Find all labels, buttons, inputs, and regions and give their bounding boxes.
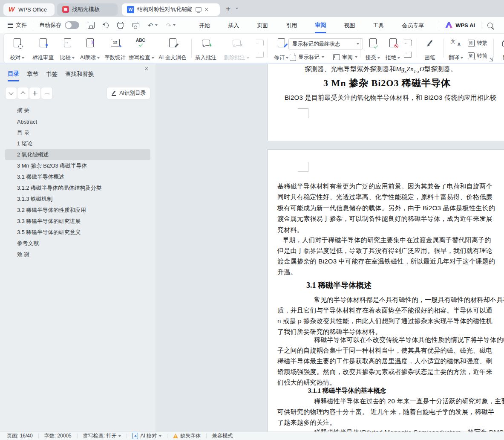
spellcheck-status[interactable]: 拼写检查: 打开 <box>83 432 121 440</box>
chevron-down-icon <box>397 57 400 59</box>
ai-proofread-status[interactable]: AI 校对 <box>132 432 161 440</box>
tab-wps-home[interactable]: WPS Office <box>3 3 55 16</box>
previous-comment-icon[interactable] <box>256 40 264 46</box>
chevron-down-icon <box>97 57 100 59</box>
menu-tab-review[interactable]: 审阅 <box>315 17 326 33</box>
toc-item[interactable]: 致 谢 <box>0 249 156 260</box>
ai-polish-button[interactable]: AI 全文润色 <box>156 36 189 64</box>
chevron-down-icon <box>286 57 288 59</box>
toc-controls: AI识别目录 <box>5 87 150 98</box>
export-icon[interactable] <box>102 21 109 29</box>
toc-item[interactable]: 3.3 稀磁半导体的研究进展 <box>0 216 156 227</box>
divider <box>206 434 207 438</box>
compatibility-mode[interactable]: 兼容模式 <box>212 432 233 440</box>
markup-state-select[interactable]: 显示标记的最终状态 <box>288 38 363 49</box>
search-icon[interactable] <box>487 23 493 28</box>
tab-list-chevron-icon[interactable] <box>236 8 238 9</box>
compare-button[interactable]: 比较 <box>58 36 77 64</box>
body-line: 常见的半导体材料都是不具有磁性的，一般具有磁性的材料却不具有半 <box>314 295 504 304</box>
tab-docer-templates[interactable]: 找稻壳模板 <box>57 3 118 16</box>
redo-chevron-icon[interactable] <box>173 24 176 26</box>
sidebar-tab-chapters[interactable]: 章节 <box>27 70 38 81</box>
sidebar-tab-contents[interactable]: 目录 <box>8 70 19 81</box>
ink-brush-icon <box>427 40 432 45</box>
toc-item[interactable]: 参考文献 <box>0 238 156 249</box>
present-icon[interactable] <box>196 7 202 12</box>
insert-comment-button[interactable]: 插入批注 <box>193 36 219 64</box>
toc-item[interactable]: 3 Mn 掺杂 Bi2O3 稀磁半导体 <box>0 160 156 171</box>
previous-change-icon[interactable] <box>404 40 412 46</box>
translate-button[interactable]: 翻译 <box>446 36 466 64</box>
expand-down-button[interactable] <box>5 87 17 99</box>
undo-chevron-icon[interactable] <box>155 24 158 26</box>
toc-item[interactable]: 3.2 稀磁半导体的性质和应用 <box>0 205 156 216</box>
toc-item[interactable]: 1 绪论 <box>0 138 156 149</box>
collapse-all-button[interactable] <box>41 87 53 99</box>
menu-tab-page[interactable]: 页面 <box>257 18 268 32</box>
autosave-toggle[interactable] <box>65 21 79 29</box>
new-tab-button[interactable]: + <box>226 5 230 13</box>
word-count-indicator[interactable]: 字数: 20005 <box>44 432 72 440</box>
chevron-down-icon <box>322 56 324 58</box>
delete-comment-button[interactable]: 删除批注 <box>221 36 252 64</box>
tab-document-active[interactable]: 结构对称性对氧化铋能带的影 <box>122 3 220 16</box>
chevron-down-icon <box>357 43 359 45</box>
toc-item[interactable]: 3.1 稀磁半导体概述 <box>0 171 156 182</box>
ribbon-expand-icon[interactable] <box>489 58 493 61</box>
save-icon[interactable] <box>88 22 95 29</box>
sidebar-tab-bookmarks[interactable]: 书签 <box>46 70 58 81</box>
document-page-2[interactable]: 基稀磁半导体材料有着更为广泛的应用前景。因为其兼备了电荷和自旋两个 同时具有稳定… <box>268 149 504 432</box>
missing-font-warning[interactable]: 缺失字体 <box>173 432 201 440</box>
show-markup-icon <box>290 54 296 61</box>
reject-button[interactable]: 拒绝 <box>383 36 403 64</box>
ai-read-aloud-button[interactable]: AI朗读 <box>78 36 102 64</box>
menu-tab-home[interactable]: 开始 <box>199 18 210 32</box>
wps-ai-button[interactable]: WPS AI <box>445 22 475 29</box>
spell-check-button[interactable]: 拼写检查 <box>128 36 155 64</box>
next-change-icon[interactable] <box>404 52 412 58</box>
toc-item[interactable]: Abstract <box>0 116 156 127</box>
wps-ai-icon <box>445 22 452 28</box>
menu-tab-view[interactable]: 视图 <box>344 18 355 32</box>
ink-brush-button[interactable]: 画笔 <box>420 36 440 64</box>
next-comment-icon[interactable] <box>256 52 264 58</box>
markup-state-value: 显示标记的最终状态 <box>292 41 340 48</box>
toc-item[interactable]: 3.1.3 铁磁机制 <box>0 194 156 205</box>
menu-tab-tools[interactable]: 工具 <box>373 18 384 32</box>
ai-proofread-icon <box>132 433 138 439</box>
to-traditional-button[interactable]: 转繁 <box>468 38 487 48</box>
review-pane-button[interactable]: 审阅 <box>333 52 357 62</box>
redo-icon[interactable]: ↷ <box>166 22 172 29</box>
restrict-edit-button[interactable]: 限 <box>496 36 504 64</box>
toc-item[interactable]: 目 录 <box>0 127 156 138</box>
track-changes-icon <box>278 38 285 47</box>
hamburger-icon[interactable] <box>8 23 13 28</box>
document-page-1[interactable]: 探测器、光电导型紫外探测器和MgxZn1-xO型探测器。 3 Mn 掺杂 Bi2… <box>268 64 504 141</box>
body-line: 究材料。 <box>277 226 303 234</box>
menu-tab-reference[interactable]: 引用 <box>286 18 297 32</box>
toc-item[interactable]: 3.5 稀磁半导体的研究意义 <box>0 227 156 238</box>
standard-review-button[interactable]: 标准审查 <box>30 36 56 64</box>
file-menu[interactable]: 文件 <box>16 21 27 29</box>
word-count-button[interactable]: 字数统计 <box>103 36 127 64</box>
proofread-button[interactable]: 校对 <box>7 36 27 64</box>
toc-item-selected[interactable]: 2 氧化铋概述 <box>5 149 150 160</box>
close-tab-icon[interactable] <box>204 7 209 12</box>
show-markup-button[interactable]: 显示标记 <box>290 52 324 62</box>
print-preview-icon[interactable] <box>132 23 139 27</box>
undo-icon[interactable]: ↶ <box>148 22 153 29</box>
page-indicator[interactable]: 页面: 16/40 <box>7 432 33 440</box>
menu-tab-insert[interactable]: 插入 <box>228 18 239 32</box>
ai-recognize-toc-button[interactable]: AI识别目录 <box>107 87 150 99</box>
accept-button[interactable]: 接受 <box>362 36 383 64</box>
collapse-up-button[interactable] <box>17 87 29 99</box>
sidebar-tab-find-replace[interactable]: 查找和替换 <box>65 70 94 81</box>
expand-all-button[interactable] <box>29 87 41 99</box>
close-sidebar-icon[interactable] <box>144 67 149 71</box>
toc-item[interactable]: 3.1.2 稀磁半导体的晶体结构及分类 <box>0 182 156 194</box>
toc-item[interactable]: 摘 要 <box>0 105 156 116</box>
menu-tab-membership[interactable]: 会员专享 <box>402 18 424 32</box>
subsection-heading: 3.1.1 稀磁半导体的基本概念 <box>308 387 386 395</box>
to-simplified-button[interactable]: 转简 <box>468 51 487 61</box>
print-icon[interactable] <box>117 23 124 27</box>
